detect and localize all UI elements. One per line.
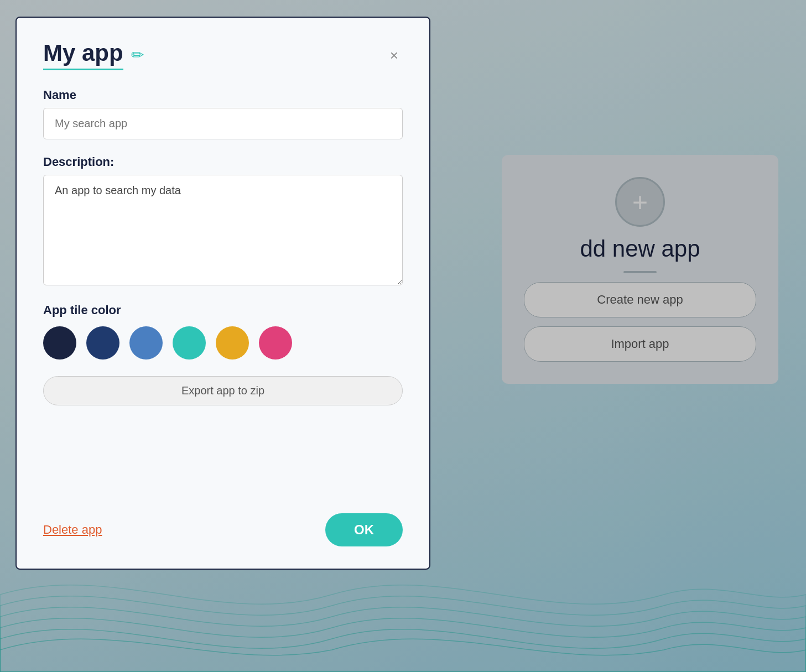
color-swatch-dark-navy[interactable]: [86, 326, 119, 360]
name-form-group: Name: [43, 88, 403, 139]
delete-app-button[interactable]: Delete app: [43, 523, 102, 537]
export-app-button[interactable]: Export app to zip: [43, 376, 403, 405]
color-swatch-pink[interactable]: [259, 326, 292, 360]
description-label: Description:: [43, 155, 403, 169]
name-input[interactable]: [43, 108, 403, 139]
modal-title-row: My app ✏: [43, 40, 144, 70]
color-swatches: [43, 326, 403, 360]
color-swatch-dark-charcoal[interactable]: [43, 326, 76, 360]
color-section: App tile color: [43, 303, 403, 360]
color-swatch-medium-blue[interactable]: [129, 326, 163, 360]
modal-footer: Delete app OK: [43, 502, 403, 546]
modal-header: My app ✏ ×: [43, 40, 403, 70]
ok-button[interactable]: OK: [325, 513, 403, 546]
description-textarea[interactable]: An app to search my data: [43, 175, 403, 285]
modal-title: My app: [43, 40, 123, 70]
close-button[interactable]: ×: [386, 46, 403, 65]
color-swatch-teal[interactable]: [173, 326, 206, 360]
name-label: Name: [43, 88, 403, 102]
app-settings-modal: My app ✏ × Name Description: An app to s…: [15, 17, 430, 570]
color-section-label: App tile color: [43, 303, 403, 317]
edit-icon[interactable]: ✏: [131, 46, 144, 64]
color-swatch-amber[interactable]: [216, 326, 249, 360]
description-form-group: Description: An app to search my data: [43, 155, 403, 288]
